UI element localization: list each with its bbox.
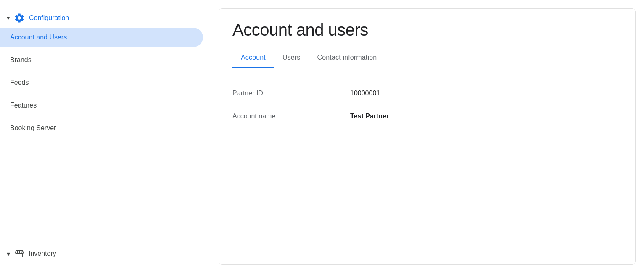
- sidebar-configuration[interactable]: ▾ Configuration: [0, 8, 210, 28]
- gear-icon: [14, 13, 25, 24]
- sidebar-item-features[interactable]: Features: [0, 94, 210, 117]
- account-content: Partner ID 10000001 Account name Test Pa…: [219, 68, 635, 264]
- main-content: Account and users Account Users Contact …: [210, 0, 644, 273]
- account-name-value: Test Partner: [350, 113, 389, 120]
- partner-id-row: Partner ID 10000001: [232, 82, 622, 105]
- chevron-down-icon-inventory: ▾: [7, 250, 10, 258]
- sidebar-item-brands[interactable]: Brands: [0, 49, 210, 71]
- sidebar-item-account-and-users[interactable]: Account and Users: [0, 28, 203, 47]
- sidebar-inventory[interactable]: ▾ Inventory: [0, 243, 210, 265]
- account-name-row: Account name Test Partner: [232, 105, 622, 128]
- configuration-label: Configuration: [29, 14, 69, 22]
- tab-contact-information[interactable]: Contact information: [309, 48, 385, 68]
- account-name-label: Account name: [232, 113, 350, 120]
- partner-id-label: Partner ID: [232, 89, 350, 97]
- inventory-label: Inventory: [29, 250, 56, 257]
- tabs-container: Account Users Contact information: [219, 48, 635, 68]
- sidebar-item-booking-server[interactable]: Booking Server: [0, 117, 210, 139]
- store-icon: [14, 249, 24, 259]
- tab-account[interactable]: Account: [232, 48, 274, 68]
- partner-id-value: 10000001: [350, 89, 380, 97]
- sidebar: ▾ Configuration Account and Users Brands…: [0, 0, 210, 273]
- tab-users[interactable]: Users: [274, 48, 309, 68]
- page-title: Account and users: [219, 9, 635, 48]
- sidebar-item-feeds[interactable]: Feeds: [0, 71, 210, 94]
- content-card: Account and users Account Users Contact …: [219, 8, 636, 265]
- chevron-down-icon: ▾: [7, 15, 10, 21]
